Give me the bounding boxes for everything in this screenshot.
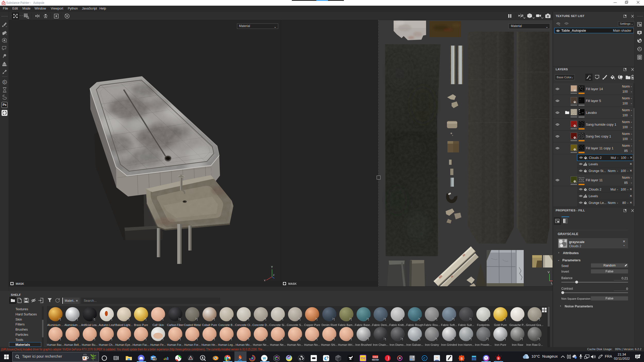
svg-text:S: S <box>497 357 499 360</box>
svg-text:MEETER: MEETER <box>372 359 379 361</box>
svg-text:V: V <box>548 271 550 274</box>
svg-text:Y: Y <box>271 265 273 269</box>
svg-text:TV: TV <box>361 356 366 361</box>
svg-text:S: S <box>461 357 463 360</box>
svg-text:W: W <box>263 356 266 360</box>
svg-text:Z: Z <box>273 274 275 276</box>
svg-text:VOICE: VOICE <box>372 356 378 358</box>
svg-text:C: C <box>423 356 426 360</box>
svg-text:99+: 99+ <box>152 358 156 360</box>
svg-text:S: S <box>4 81 5 84</box>
svg-text:1: 1 <box>566 23 567 25</box>
